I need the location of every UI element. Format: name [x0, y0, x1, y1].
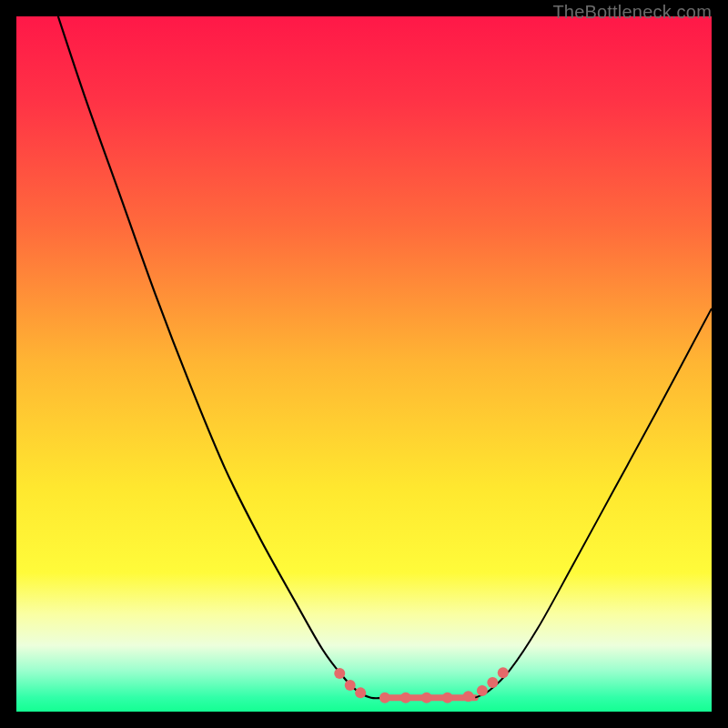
watermark-label: TheBottleneck.com	[552, 2, 712, 23]
marker-point	[463, 691, 474, 702]
marker-point	[442, 693, 453, 703]
gradient-background	[16, 16, 712, 712]
marker-point	[355, 687, 366, 698]
marker-point	[477, 685, 488, 696]
marker-point	[379, 693, 390, 703]
marker-point	[345, 680, 356, 691]
marker-point	[498, 667, 509, 678]
outer-frame: TheBottleneck.com	[0, 0, 728, 728]
chart-svg	[16, 16, 712, 712]
plot-area	[16, 16, 712, 712]
marker-point	[400, 693, 411, 703]
marker-point	[421, 693, 432, 703]
marker-point	[334, 668, 345, 679]
marker-point	[487, 677, 498, 688]
